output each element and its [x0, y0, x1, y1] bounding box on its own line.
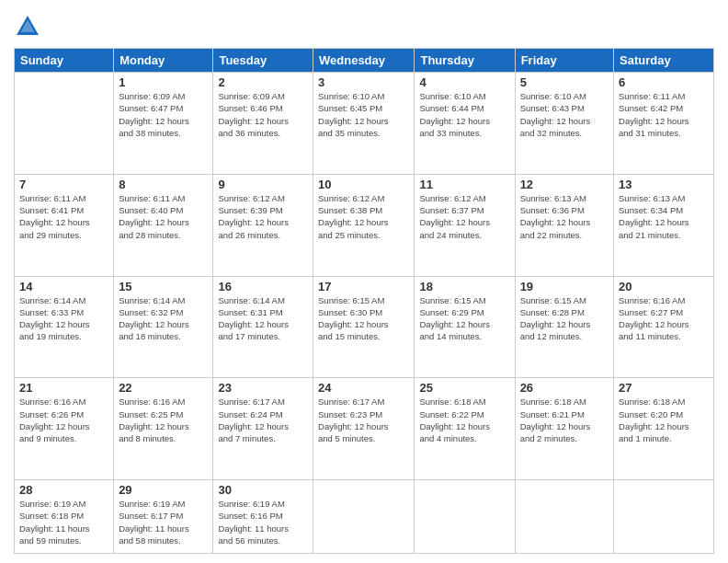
calendar-day-cell: 5Sunrise: 6:10 AM Sunset: 6:43 PM Daylig…: [515, 73, 613, 175]
weekday-header: Monday: [114, 49, 213, 73]
calendar-header-row: SundayMondayTuesdayWednesdayThursdayFrid…: [15, 49, 714, 73]
weekday-header: Thursday: [415, 49, 515, 73]
day-detail: Sunrise: 6:19 AM Sunset: 6:16 PM Dayligh…: [218, 498, 308, 546]
calendar-day-cell: 20Sunrise: 6:16 AM Sunset: 6:27 PM Dayli…: [614, 276, 714, 378]
day-detail: Sunrise: 6:18 AM Sunset: 6:20 PM Dayligh…: [619, 396, 709, 444]
day-number: 11: [419, 178, 509, 191]
calendar-day-cell: 21Sunrise: 6:16 AM Sunset: 6:26 PM Dayli…: [15, 378, 114, 480]
calendar-week-row: 28Sunrise: 6:19 AM Sunset: 6:18 PM Dayli…: [15, 480, 714, 554]
day-number: 28: [19, 483, 108, 497]
calendar-day-cell: 17Sunrise: 6:15 AM Sunset: 6:30 PM Dayli…: [313, 276, 415, 378]
day-detail: Sunrise: 6:11 AM Sunset: 6:42 PM Dayligh…: [619, 90, 709, 139]
day-number: 26: [520, 381, 609, 395]
day-number: 21: [19, 381, 108, 395]
page: SundayMondayTuesdayWednesdayThursdayFrid…: [0, 0, 728, 563]
weekday-header: Wednesday: [313, 49, 415, 73]
day-number: 17: [318, 280, 409, 293]
calendar-day-cell: 10Sunrise: 6:12 AM Sunset: 6:38 PM Dayli…: [313, 174, 415, 276]
day-number: 27: [619, 381, 709, 395]
day-number: 10: [318, 178, 409, 191]
day-detail: Sunrise: 6:18 AM Sunset: 6:22 PM Dayligh…: [419, 396, 509, 444]
day-number: 2: [218, 75, 308, 89]
day-number: 8: [119, 178, 208, 191]
day-detail: Sunrise: 6:10 AM Sunset: 6:43 PM Dayligh…: [520, 90, 609, 139]
day-number: 7: [19, 178, 108, 191]
calendar-day-cell: 15Sunrise: 6:14 AM Sunset: 6:32 PM Dayli…: [114, 276, 213, 378]
calendar-day-cell: [515, 480, 613, 554]
day-detail: Sunrise: 6:16 AM Sunset: 6:26 PM Dayligh…: [19, 396, 108, 444]
day-number: 9: [218, 178, 308, 191]
weekday-header: Tuesday: [213, 49, 313, 73]
day-detail: Sunrise: 6:09 AM Sunset: 6:47 PM Dayligh…: [119, 90, 208, 139]
weekday-header: Saturday: [614, 49, 714, 73]
calendar-week-row: 21Sunrise: 6:16 AM Sunset: 6:26 PM Dayli…: [15, 378, 714, 480]
day-number: 20: [619, 280, 709, 293]
calendar-day-cell: 7Sunrise: 6:11 AM Sunset: 6:41 PM Daylig…: [15, 174, 114, 276]
calendar-week-row: 14Sunrise: 6:14 AM Sunset: 6:33 PM Dayli…: [15, 276, 714, 378]
calendar-day-cell: 12Sunrise: 6:13 AM Sunset: 6:36 PM Dayli…: [515, 174, 613, 276]
day-number: 5: [520, 75, 609, 89]
calendar-day-cell: 19Sunrise: 6:15 AM Sunset: 6:28 PM Dayli…: [515, 276, 613, 378]
day-detail: Sunrise: 6:10 AM Sunset: 6:44 PM Dayligh…: [419, 90, 509, 139]
calendar-day-cell: 25Sunrise: 6:18 AM Sunset: 6:22 PM Dayli…: [415, 378, 515, 480]
day-detail: Sunrise: 6:15 AM Sunset: 6:30 PM Dayligh…: [318, 294, 409, 343]
calendar: SundayMondayTuesdayWednesdayThursdayFrid…: [14, 48, 714, 554]
day-detail: Sunrise: 6:09 AM Sunset: 6:46 PM Dayligh…: [218, 90, 308, 139]
calendar-day-cell: 4Sunrise: 6:10 AM Sunset: 6:44 PM Daylig…: [415, 73, 515, 175]
calendar-day-cell: 16Sunrise: 6:14 AM Sunset: 6:31 PM Dayli…: [213, 276, 313, 378]
calendar-day-cell: 11Sunrise: 6:12 AM Sunset: 6:37 PM Dayli…: [415, 174, 515, 276]
day-detail: Sunrise: 6:12 AM Sunset: 6:39 PM Dayligh…: [218, 192, 308, 241]
day-detail: Sunrise: 6:19 AM Sunset: 6:18 PM Dayligh…: [19, 498, 108, 546]
day-number: 16: [218, 280, 308, 293]
calendar-day-cell: 28Sunrise: 6:19 AM Sunset: 6:18 PM Dayli…: [15, 480, 114, 554]
calendar-day-cell: [614, 480, 714, 554]
day-number: 15: [119, 280, 208, 293]
calendar-day-cell: [313, 480, 415, 554]
calendar-day-cell: 29Sunrise: 6:19 AM Sunset: 6:17 PM Dayli…: [114, 480, 213, 554]
day-detail: Sunrise: 6:11 AM Sunset: 6:40 PM Dayligh…: [119, 192, 208, 241]
calendar-day-cell: 8Sunrise: 6:11 AM Sunset: 6:40 PM Daylig…: [114, 174, 213, 276]
calendar-day-cell: 14Sunrise: 6:14 AM Sunset: 6:33 PM Dayli…: [15, 276, 114, 378]
day-detail: Sunrise: 6:12 AM Sunset: 6:38 PM Dayligh…: [318, 192, 409, 241]
day-detail: Sunrise: 6:10 AM Sunset: 6:45 PM Dayligh…: [318, 90, 409, 139]
day-detail: Sunrise: 6:13 AM Sunset: 6:36 PM Dayligh…: [520, 192, 609, 241]
day-detail: Sunrise: 6:17 AM Sunset: 6:24 PM Dayligh…: [218, 396, 308, 444]
day-detail: Sunrise: 6:16 AM Sunset: 6:27 PM Dayligh…: [619, 294, 709, 343]
calendar-day-cell: 1Sunrise: 6:09 AM Sunset: 6:47 PM Daylig…: [114, 73, 213, 175]
day-detail: Sunrise: 6:18 AM Sunset: 6:21 PM Dayligh…: [520, 396, 609, 444]
day-number: 24: [318, 381, 409, 395]
day-number: 6: [619, 75, 709, 89]
calendar-day-cell: 18Sunrise: 6:15 AM Sunset: 6:29 PM Dayli…: [415, 276, 515, 378]
calendar-day-cell: 9Sunrise: 6:12 AM Sunset: 6:39 PM Daylig…: [213, 174, 313, 276]
day-number: 23: [218, 381, 308, 395]
calendar-week-row: 7Sunrise: 6:11 AM Sunset: 6:41 PM Daylig…: [15, 174, 714, 276]
day-detail: Sunrise: 6:13 AM Sunset: 6:34 PM Dayligh…: [619, 192, 709, 241]
calendar-day-cell: 27Sunrise: 6:18 AM Sunset: 6:20 PM Dayli…: [614, 378, 714, 480]
weekday-header: Friday: [515, 49, 613, 73]
day-detail: Sunrise: 6:15 AM Sunset: 6:29 PM Dayligh…: [419, 294, 509, 343]
day-detail: Sunrise: 6:19 AM Sunset: 6:17 PM Dayligh…: [119, 498, 208, 546]
logo: [14, 13, 45, 40]
day-number: 4: [419, 75, 509, 89]
day-number: 19: [520, 280, 609, 293]
day-detail: Sunrise: 6:17 AM Sunset: 6:23 PM Dayligh…: [318, 396, 409, 444]
calendar-day-cell: [415, 480, 515, 554]
day-number: 13: [619, 178, 709, 191]
calendar-day-cell: 3Sunrise: 6:10 AM Sunset: 6:45 PM Daylig…: [313, 73, 415, 175]
calendar-day-cell: [15, 73, 114, 175]
day-number: 25: [419, 381, 509, 395]
day-detail: Sunrise: 6:16 AM Sunset: 6:25 PM Dayligh…: [119, 396, 208, 444]
header: [14, 9, 714, 40]
day-number: 14: [19, 280, 108, 293]
calendar-day-cell: 23Sunrise: 6:17 AM Sunset: 6:24 PM Dayli…: [213, 378, 313, 480]
calendar-day-cell: 26Sunrise: 6:18 AM Sunset: 6:21 PM Dayli…: [515, 378, 613, 480]
calendar-day-cell: 22Sunrise: 6:16 AM Sunset: 6:25 PM Dayli…: [114, 378, 213, 480]
calendar-day-cell: 6Sunrise: 6:11 AM Sunset: 6:42 PM Daylig…: [614, 73, 714, 175]
day-detail: Sunrise: 6:14 AM Sunset: 6:31 PM Dayligh…: [218, 294, 308, 343]
day-detail: Sunrise: 6:14 AM Sunset: 6:32 PM Dayligh…: [119, 294, 208, 343]
day-number: 30: [218, 483, 308, 497]
day-detail: Sunrise: 6:12 AM Sunset: 6:37 PM Dayligh…: [419, 192, 509, 241]
day-number: 1: [119, 75, 208, 89]
weekday-header: Sunday: [15, 49, 114, 73]
calendar-day-cell: 2Sunrise: 6:09 AM Sunset: 6:46 PM Daylig…: [213, 73, 313, 175]
